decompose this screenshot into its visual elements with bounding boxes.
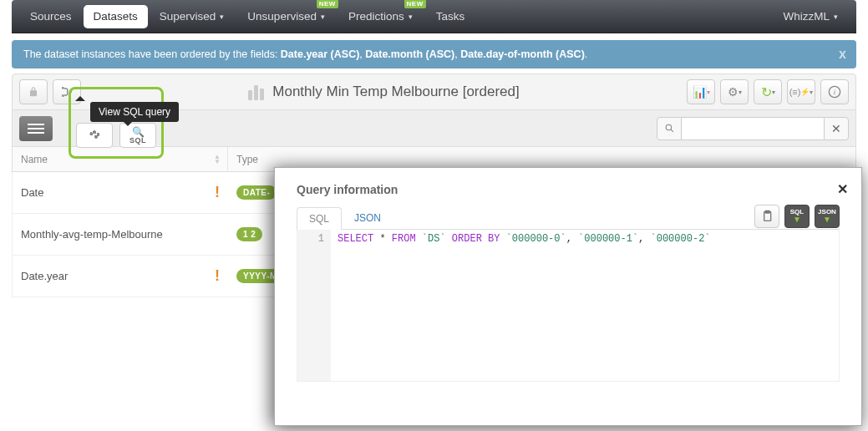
code-editor: 1 SELECT * FROM `DS` ORDER BY `000000-0`… [297, 230, 840, 382]
field-name: Date [21, 186, 43, 199]
svg-point-1 [62, 94, 64, 97]
line-gutter: 1 [297, 230, 331, 381]
script-icon[interactable]: (≡)⚡▾ [787, 79, 815, 104]
caret-down-icon: ▾ [834, 13, 838, 21]
sort-icon[interactable]: ▲▼ [214, 155, 221, 164]
svg-point-0 [62, 87, 64, 89]
download-sql-button[interactable]: SQL▼ [784, 205, 810, 228]
tab-sql[interactable]: SQL [297, 207, 342, 230]
tab-json[interactable]: JSON [342, 206, 393, 229]
copy-clipboard-button[interactable] [754, 205, 779, 228]
download-arrow-icon: ▼ [823, 216, 831, 224]
download-json-button[interactable]: JSON▼ [815, 205, 840, 228]
chart-config-icon[interactable]: 📊▾ [687, 79, 715, 104]
top-navbar: Sources Datasets Supervised▾ Unsupervise… [12, 0, 856, 33]
order-info-bar: The dataset instances have been ordered … [12, 40, 856, 68]
svg-text:i: i [834, 88, 836, 96]
nav-supervised-label: Supervised [160, 10, 216, 23]
nav-unsupervised-label: Unsupervised [247, 10, 317, 23]
svg-rect-8 [765, 210, 769, 213]
warning-icon: ! [215, 267, 220, 285]
nav-whizzml[interactable]: WhizzML▾ [771, 0, 850, 33]
refresh-icon[interactable]: ↻▾ [754, 79, 782, 104]
field-name: Monthly-avg-temp-Melbourne [21, 228, 163, 241]
search-input[interactable] [682, 117, 824, 140]
modal-close-icon[interactable]: ✕ [837, 181, 848, 197]
svg-line-6 [671, 129, 673, 132]
view-sql-button[interactable]: 🔍 SQL [119, 123, 156, 148]
field-name: Date.year [21, 270, 68, 282]
nav-predictions[interactable]: Predictions▾NEW [337, 0, 424, 33]
modal-title: Query information [297, 183, 840, 196]
col-type-header[interactable]: Type [228, 154, 303, 165]
nav-datasets-label: Datasets [94, 10, 138, 23]
caret-down-icon: ▾ [220, 13, 224, 21]
info-icon[interactable]: i [820, 79, 849, 104]
info-close-icon[interactable]: x [839, 47, 846, 62]
modal-actions: SQL▼ JSON▼ [754, 205, 840, 228]
lock-icon[interactable] [19, 79, 48, 104]
nav-predictions-label: Predictions [348, 10, 404, 23]
caret-down-icon: ▾ [409, 13, 413, 21]
warning-icon: ! [215, 184, 220, 201]
nav-sources[interactable]: Sources [18, 0, 84, 33]
nav-datasets[interactable]: Datasets [84, 5, 148, 28]
col-name-header[interactable]: Name [21, 154, 48, 165]
nav-tasks-label: Tasks [436, 10, 465, 23]
info-text: The dataset instances have been ordered … [23, 48, 587, 60]
nav-unsupervised[interactable]: Unsupervised▾NEW [236, 0, 337, 33]
nav-whizzml-label: WhizzML [783, 10, 830, 23]
sql-code[interactable]: SELECT * FROM `DS` ORDER BY `000000-0`, … [331, 230, 839, 381]
gear-icon[interactable]: ⚙▾ [720, 79, 749, 104]
new-badge: NEW [317, 0, 338, 8]
svg-point-2 [69, 91, 72, 94]
caret-down-icon: ▾ [321, 13, 325, 21]
menu-button[interactable] [19, 116, 53, 141]
search-icon[interactable] [657, 117, 682, 140]
clear-search-icon[interactable]: ✕ [824, 117, 849, 140]
type-badge: 1 2 [236, 227, 262, 241]
svg-point-5 [666, 124, 672, 130]
magnifier-icon: 🔍 [132, 127, 145, 137]
sql-tooltip: View SQL query [90, 102, 179, 122]
query-info-modal: ✕ Query information SQL▼ JSON▼ SQL JSON … [274, 167, 862, 426]
download-arrow-icon: ▼ [793, 216, 801, 224]
tooltip-caret-icon [75, 91, 85, 101]
histogram-icon [248, 84, 264, 100]
dataset-title: Monthly Min Temp Melbourne [ordered] [272, 84, 519, 100]
scatterplot-button[interactable] [76, 123, 113, 148]
nav-sources-label: Sources [30, 10, 72, 23]
new-badge: NEW [404, 0, 426, 8]
nav-tasks[interactable]: Tasks [424, 0, 477, 33]
nav-supervised[interactable]: Supervised▾ [148, 0, 236, 33]
search-group: ✕ [657, 117, 849, 140]
type-badge: DATE- [236, 185, 277, 200]
